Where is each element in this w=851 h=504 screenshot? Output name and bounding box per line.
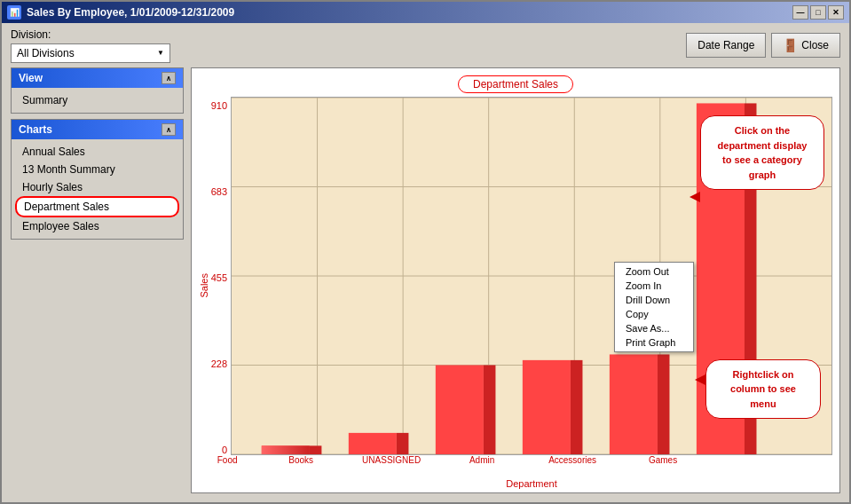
x-label-unassigned: UNASSIGNED <box>346 455 437 476</box>
division-label: Division: <box>11 28 170 41</box>
charts-panel-header: Charts ∧ <box>12 120 183 139</box>
title-bar-controls: — □ ✕ <box>792 5 844 20</box>
view-panel-collapse[interactable]: ∧ <box>162 72 176 84</box>
sidebar-item-department-sales[interactable]: Department Sales <box>15 196 179 217</box>
chart-plot: Click on the department display to see a… <box>231 97 832 455</box>
svg-rect-20 <box>484 366 496 455</box>
ctx-drill-down[interactable]: Drill Down <box>615 293 693 307</box>
callout-dept: Click on the department display to see a… <box>700 115 824 190</box>
close-icon: 🚪 <box>783 38 798 52</box>
charts-panel: Charts ∧ Annual Sales 13 Month Summary H… <box>11 119 184 240</box>
svg-rect-21 <box>523 360 571 454</box>
x-label-food: Food <box>199 455 256 476</box>
ctx-print-graph[interactable]: Print Graph <box>615 335 693 350</box>
svg-rect-26 <box>658 354 670 454</box>
callout2-arrow-icon <box>695 374 705 385</box>
ctx-zoom-in[interactable]: Zoom In <box>615 279 693 293</box>
close-button[interactable]: 🚪 Close <box>771 33 840 58</box>
app-icon: 📊 <box>7 5 21 20</box>
svg-rect-14 <box>310 445 322 454</box>
bar-food[interactable] <box>262 445 322 454</box>
chart-title: Department Sales <box>458 75 573 93</box>
svg-rect-24 <box>610 354 658 454</box>
view-panel-title: View <box>19 72 43 84</box>
x-label-books: Books <box>256 455 346 476</box>
ctx-save-as[interactable]: Save As... <box>615 321 693 335</box>
bar-unassigned[interactable] <box>436 366 496 455</box>
y-label-910: 910 <box>211 100 227 111</box>
close-label: Close <box>801 39 829 51</box>
context-menu: Zoom Out Zoom In Drill Down Copy Save As… <box>614 262 694 352</box>
body-area: View ∧ Summary Charts ∧ <box>2 67 849 502</box>
svg-rect-15 <box>349 433 397 454</box>
sidebar-item-13-month[interactable]: 13 Month Summary <box>15 161 179 178</box>
ctx-copy[interactable]: Copy <box>615 307 693 321</box>
division-value: All Divisions <box>17 47 75 59</box>
x-axis-labels: Food Books UNASSIGNED Admin Accessories … <box>199 455 832 476</box>
main-content: Division: All Divisions ▼ Date Range 🚪 C… <box>2 23 849 502</box>
y-label-455: 455 <box>211 272 227 283</box>
division-dropdown[interactable]: All Divisions ▼ <box>11 43 170 63</box>
title-bar: 📊 Sales By Employee, 1/01/2009-12/31/200… <box>2 2 849 23</box>
svg-rect-12 <box>262 445 310 454</box>
bar-admin[interactable] <box>523 360 583 454</box>
division-select-wrapper: All Divisions ▼ <box>11 43 170 63</box>
title-bar-left: 📊 Sales By Employee, 1/01/2009-12/31/200… <box>7 5 234 20</box>
charts-panel-collapse[interactable]: ∧ <box>162 123 176 136</box>
sidebar-item-annual-sales[interactable]: Annual Sales <box>15 143 179 161</box>
toolbar-buttons: Date Range 🚪 Close <box>686 33 840 58</box>
dropdown-arrow-icon: ▼ <box>157 49 164 57</box>
svg-rect-23 <box>571 360 583 454</box>
y-label-228: 228 <box>211 358 227 369</box>
y-axis-label: Sales <box>199 273 209 298</box>
close-window-button[interactable]: ✕ <box>828 5 844 20</box>
sidebar-item-employee-sales[interactable]: Employee Sales <box>15 217 179 235</box>
sidebar: View ∧ Summary Charts ∧ <box>11 67 184 493</box>
callout-rightclick: Rightclick on column to see menu <box>705 359 821 420</box>
x-label-games: Games <box>618 455 708 476</box>
bar-accessories[interactable] <box>610 354 670 454</box>
chart-container: Department Sales 910 683 455 228 0 <box>191 67 840 493</box>
bar-books[interactable] <box>349 433 409 454</box>
x-label-accessories: Accessories <box>527 455 618 476</box>
x-axis-title: Department <box>199 476 832 492</box>
callout1-arrow-icon <box>689 192 700 202</box>
y-label-0: 0 <box>222 445 227 455</box>
view-panel-body: Summary <box>12 88 183 113</box>
charts-panel-body: Annual Sales 13 Month Summary Hourly Sal… <box>12 139 183 239</box>
date-range-label: Date Range <box>697 39 754 51</box>
svg-rect-17 <box>397 433 409 454</box>
sidebar-item-summary[interactable]: Summary <box>15 91 179 109</box>
date-range-button[interactable]: Date Range <box>686 33 766 58</box>
x-label-admin: Admin <box>437 455 527 476</box>
division-area: Division: All Divisions ▼ <box>11 28 170 63</box>
ctx-zoom-out[interactable]: Zoom Out <box>615 264 693 279</box>
sidebar-item-hourly-sales[interactable]: Hourly Sales <box>15 178 179 196</box>
maximize-button[interactable]: □ <box>810 5 826 20</box>
view-panel: View ∧ Summary <box>11 67 184 114</box>
top-bar: Division: All Divisions ▼ Date Range 🚪 C… <box>2 23 849 67</box>
y-label-683: 683 <box>211 186 227 197</box>
minimize-button[interactable]: — <box>792 5 808 20</box>
window-title: Sales By Employee, 1/01/2009-12/31/2009 <box>27 6 234 19</box>
main-window: 📊 Sales By Employee, 1/01/2009-12/31/200… <box>0 0 851 504</box>
charts-panel-title: Charts <box>19 123 52 136</box>
view-panel-header: View ∧ <box>12 68 183 88</box>
chart-title-area: Department Sales <box>192 68 839 97</box>
svg-rect-18 <box>436 366 484 455</box>
